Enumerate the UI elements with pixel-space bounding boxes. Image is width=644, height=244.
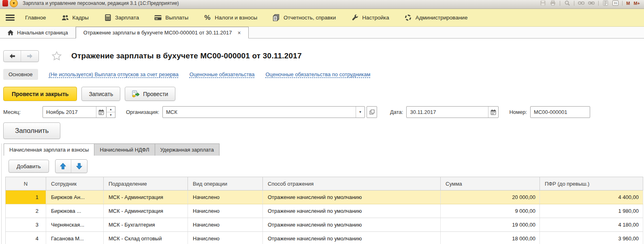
- section-tabs: Начисленная зарплата и взносы Начисленны…: [4, 143, 220, 156]
- tab-home-page[interactable]: Начальная страница: [0, 27, 76, 38]
- section-menubar: Главное Кадры Зарплата Выплаты % Налоги …: [0, 9, 644, 27]
- calculator-icon: [104, 14, 111, 21]
- date-label: Дата:: [390, 109, 403, 115]
- col-method[interactable]: Способ отражения: [263, 177, 441, 190]
- tab-accrued-salary[interactable]: Начисленная зарплата и взносы: [4, 143, 94, 156]
- organization-dropdown-icon[interactable]: ▼: [356, 107, 365, 118]
- forward-button[interactable]: [21, 51, 38, 62]
- nav-item-main[interactable]: Основное: [3, 69, 38, 80]
- calendar-icon[interactable]: 31: [612, 0, 618, 6]
- menu-item-staff[interactable]: Кадры: [62, 14, 89, 21]
- table-row[interactable]: 3 Чернянская... МСК - Бухгалтерия Начисл…: [6, 218, 643, 232]
- move-row-down-button[interactable]: [71, 160, 87, 173]
- get-link-icon[interactable]: [578, 0, 584, 6]
- window-tabbar: Начальная страница Отражение зарплаты в …: [0, 27, 644, 39]
- table-section: Начисленная зарплата и взносы Начисленны…: [1, 143, 644, 244]
- col-pfr[interactable]: ПФР (до превыш.): [540, 177, 643, 190]
- month-label: Месяц:: [3, 109, 43, 115]
- memory-m-plus-button[interactable]: M+: [633, 1, 640, 6]
- post-button[interactable]: Провести: [125, 87, 175, 101]
- document-header: Отражение зарплаты в бухучете МС00-00000…: [3, 50, 644, 62]
- table-row[interactable]: 4 Гасанова М... МСК - Склад оптовый Начи…: [6, 232, 643, 244]
- col-employee[interactable]: Сотрудник: [46, 177, 104, 190]
- main-menu-button[interactable]: ▼: [10, 0, 18, 7]
- percent-icon: %: [204, 14, 211, 21]
- wrench-icon: [351, 14, 358, 21]
- app-window: ▼ Зарплата и управление персоналом, реда…: [0, 0, 644, 244]
- col-department[interactable]: Подразделение: [104, 177, 188, 190]
- report-pages-icon: [273, 14, 280, 21]
- col-operation[interactable]: Вид операции: [188, 177, 263, 190]
- salary-table: N Сотрудник Подразделение Вид операции С…: [5, 177, 643, 244]
- month-input[interactable]: Ноябрь 2017: [43, 106, 107, 118]
- table-toolbar: Добавить: [9, 159, 644, 173]
- table-header-row: N Сотрудник Подразделение Вид операции С…: [6, 177, 643, 190]
- post-document-icon: [132, 90, 140, 97]
- organization-input[interactable]: МСК ▼: [162, 106, 365, 118]
- action-toolbar: Провести и закрыть Записать Провести: [3, 87, 644, 101]
- tab-document[interactable]: Отражение зарплаты в бухучете МС00-00000…: [76, 27, 249, 39]
- organization-open-button[interactable]: [367, 106, 377, 118]
- memory-m-button[interactable]: M: [626, 1, 630, 6]
- menu-item-salary[interactable]: Зарплата: [104, 14, 139, 21]
- favorite-star-icon[interactable]: [51, 51, 62, 62]
- close-icon[interactable]: ×: [237, 30, 241, 36]
- number-input[interactable]: МС00-000001: [530, 106, 590, 118]
- page-title: Отражение зарплаты в бухучете МС00-00000…: [71, 51, 302, 60]
- nav-link-estimated-liabilities-employees[interactable]: Оценочные обязательства по сотрудникам: [266, 71, 371, 77]
- fill-button[interactable]: Заполнить: [3, 122, 60, 139]
- search-icon[interactable]: [564, 0, 570, 6]
- menu-item-main[interactable]: Главное: [25, 15, 46, 21]
- nav-link-vacation-reserve[interactable]: (Не используется) Выплата отпусков за сч…: [49, 71, 179, 77]
- menu-item-payments[interactable]: Выплаты: [154, 14, 188, 21]
- gear-icon: [405, 14, 412, 21]
- menu-item-taxes[interactable]: % Налоги и взносы: [204, 14, 257, 21]
- tab-withheld-salary[interactable]: Удержанная зарплата: [155, 143, 220, 156]
- 1c-logo-icon: [2, 0, 8, 6]
- menu-item-reports[interactable]: Отчетность, справки: [273, 14, 336, 21]
- window-titlebar: ▼ Зарплата и управление персоналом, реда…: [0, 0, 644, 9]
- back-button[interactable]: [4, 51, 21, 62]
- date-input[interactable]: 30.11.2017: [406, 106, 499, 118]
- col-n[interactable]: N: [6, 177, 46, 190]
- people-icon: [62, 14, 69, 21]
- calculator-icon[interactable]: [602, 0, 609, 6]
- month-stepper[interactable]: ▲▼: [107, 106, 115, 118]
- post-and-close-button[interactable]: Провести и закрыть: [3, 87, 77, 101]
- move-row-up-button[interactable]: [55, 160, 71, 173]
- document-fields: Месяц: Ноябрь 2017 ▲▼ Организация: МСК ▼…: [3, 106, 644, 118]
- document-nav: Основное (Не используется) Выплата отпус…: [3, 69, 644, 80]
- bank-card-icon: [154, 14, 162, 21]
- tab-accrued-ndfl[interactable]: Начисленный НДФЛ: [94, 143, 155, 156]
- nav-link-estimated-liabilities[interactable]: Оценочные обязательства: [190, 71, 255, 77]
- go-link-icon[interactable]: [588, 0, 595, 6]
- save-icon[interactable]: [540, 0, 546, 6]
- add-row-button[interactable]: Добавить: [9, 160, 49, 173]
- month-calendar-icon[interactable]: [96, 107, 106, 118]
- date-calendar-icon[interactable]: [488, 107, 498, 118]
- save-button[interactable]: Записать: [81, 87, 120, 101]
- table-row[interactable]: 1 Бирюков Ан... МСК - Администрация Начи…: [6, 190, 643, 204]
- window-title: Зарплата и управление персоналом, редакц…: [23, 0, 179, 6]
- home-icon: [7, 30, 14, 36]
- print-icon[interactable]: [550, 0, 556, 6]
- hamburger-icon[interactable]: [6, 13, 15, 22]
- menu-item-administration[interactable]: Администрирование: [405, 14, 468, 21]
- number-label: Номер:: [509, 109, 527, 115]
- organization-label: Организация:: [126, 109, 159, 115]
- table-row[interactable]: 2 Бирюкова ... МСК - Администрация Начис…: [6, 204, 643, 218]
- menu-item-settings[interactable]: Настройка: [351, 14, 389, 21]
- col-amount[interactable]: Сумма: [441, 177, 540, 190]
